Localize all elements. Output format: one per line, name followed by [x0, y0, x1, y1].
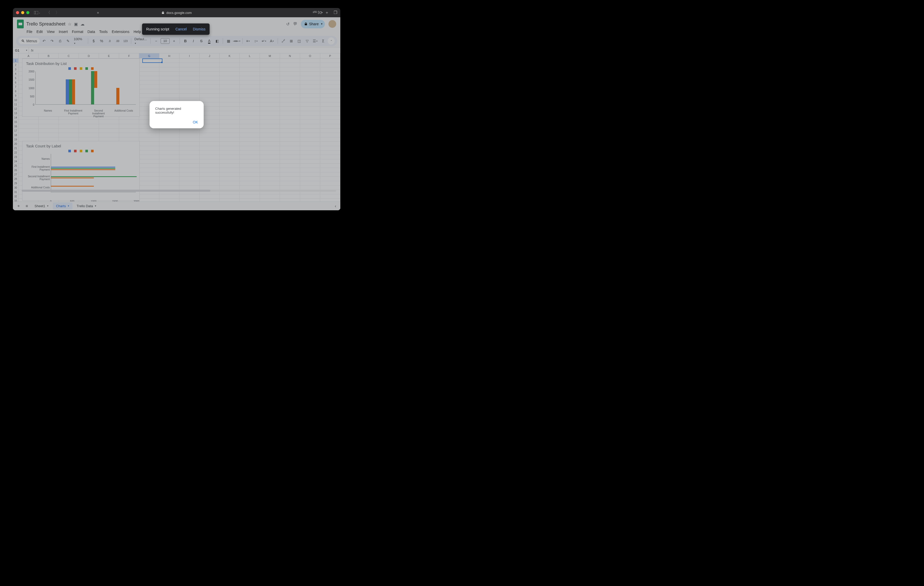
sidebar-toggle-button[interactable]: ⌄: [34, 11, 40, 14]
url-host: docs.google.com: [166, 11, 191, 15]
forward-button[interactable]: 〉: [55, 10, 59, 15]
back-button[interactable]: 〈: [46, 10, 50, 15]
reader-icon: ≡: [97, 11, 99, 15]
tabs-overview-button[interactable]: ❐: [333, 10, 337, 15]
reload-button[interactable]: ⟳: [319, 10, 323, 15]
lock-icon: 🔒︎: [162, 11, 165, 15]
browser-chrome: ⌄ 〈 〉 ≡ 🔒︎ docs.google.com ⇄A ⟳ ⇧ ＋ ❐: [13, 8, 340, 17]
translate-icon[interactable]: ⇄A: [313, 10, 317, 15]
toast-message: Running script: [146, 27, 169, 31]
address-bar[interactable]: ≡ 🔒︎ docs.google.com: [162, 11, 191, 15]
dialog-ok-button[interactable]: OK: [155, 120, 198, 124]
toast-cancel-button[interactable]: Cancel: [176, 27, 187, 31]
alert-dialog: Charts generated successfully! OK: [150, 101, 204, 128]
running-script-toast: Running script Cancel Dismiss: [142, 23, 210, 35]
svg-rect-0: [34, 11, 38, 14]
close-window-button[interactable]: [16, 11, 19, 14]
window-controls: [16, 11, 30, 14]
minimize-window-button[interactable]: [21, 11, 24, 14]
maximize-window-button[interactable]: [26, 11, 30, 14]
new-tab-button[interactable]: ＋: [325, 10, 329, 15]
dialog-message: Charts generated successfully!: [155, 107, 198, 114]
toast-dismiss-button[interactable]: Dismiss: [193, 27, 205, 31]
